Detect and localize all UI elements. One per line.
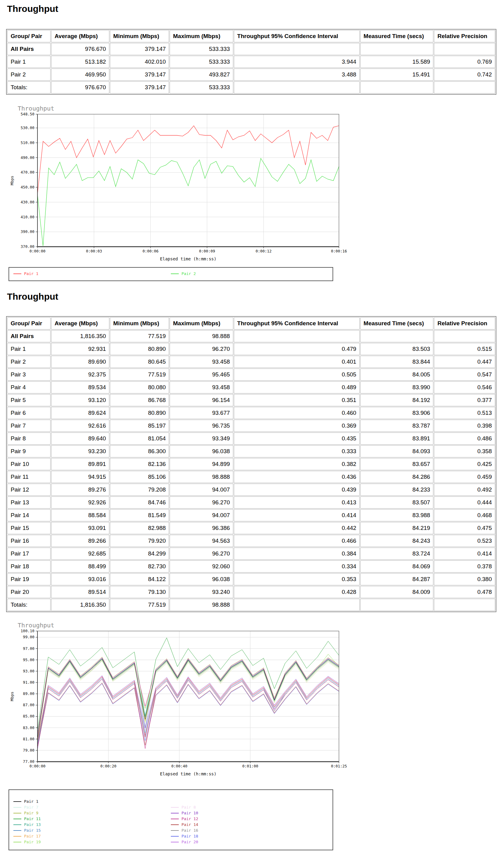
legend-line-icon [171,842,179,842]
table-row: Totals:1,816.35077.51998.888 [7,599,495,611]
legend-line-icon [13,842,21,842]
legend-label: Pair 17 [24,834,41,838]
value-cell: 0.384 [234,548,360,560]
y-tick-label: 390.00 [21,229,34,234]
value-cell: 533.333 [170,43,233,55]
x-tick-label: 0:01:00 [242,764,258,768]
column-header: Average (Mbps) [51,317,109,330]
group-pair-cell: Pair 12 [7,484,51,496]
value-cell [360,330,434,342]
value-cell: 89.640 [51,433,109,444]
legend-item-pair-14: Pair 14 [171,822,198,827]
table-row: Totals:976.670379.147533.333 [7,81,495,94]
value-cell: 84.287 [360,573,434,585]
legend-item-pair-20: Pair 20 [171,840,198,844]
value-cell: 0.459 [434,471,495,483]
value-cell: 79.208 [110,484,169,496]
group-pair-cell: Pair 16 [7,535,51,547]
group-pair-cell: Pair 1 [7,343,51,355]
value-cell: 0.486 [434,433,495,444]
value-cell: 0.413 [234,497,360,509]
group-pair-cell: Pair 11 [7,471,51,483]
chart-2-legend: Pair 1Pair 7Pair 9Pair 11Pair 13Pair 15P… [9,789,333,850]
group-pair-cell: Pair 9 [7,445,51,457]
y-tick-label: 79.00 [23,748,34,753]
y-tick-label: 91.00 [23,680,34,685]
throughput-summary-table-1: Group/ PairAverage (Mbps)Minimum (Mbps)M… [6,29,497,95]
y-tick-label: 89.00 [23,691,34,696]
value-cell: 0.742 [434,68,495,81]
value-cell: 93.458 [170,381,233,393]
legend-label: Pair 16 [182,828,198,833]
y-tick-label: 490.00 [21,155,34,160]
column-header: Measured Time (secs) [360,317,434,330]
value-cell: 93.230 [51,445,109,457]
legend-label: Pair 13 [24,822,41,827]
value-cell: 93.091 [51,522,109,534]
value-cell: 89.624 [51,407,109,419]
value-cell: 92.616 [51,420,109,432]
table-row: Pair 489.53480.08093.4580.48983.9900.546 [7,381,495,393]
series-line-pair-18 [37,684,339,746]
legend-item-pair-9: Pair 9 [13,811,38,815]
value-cell: 513.182 [51,56,109,68]
legend-line-icon [13,836,21,837]
legend-line-icon [171,807,179,808]
value-cell: 0.489 [234,381,360,393]
legend-label: Pair 12 [182,817,198,821]
y-tick-label: 99.00 [23,635,34,639]
value-cell: 94.915 [51,471,109,483]
value-cell: 84.192 [360,394,434,406]
table-row: Pair 1194.91585.10698.8880.43684.2860.45… [7,471,495,483]
throughput-chart-2: 100.1099.0097.0095.0093.0091.0089.0087.0… [9,620,350,782]
value-cell: 89.266 [51,535,109,547]
value-cell: 96.154 [170,394,233,406]
series-line-pair-1 [37,126,339,194]
legend-item-pair-1: Pair 1 [13,271,38,276]
group-pair-cell: Pair 6 [7,407,51,419]
x-tick-label: 0:00:16 [331,249,347,253]
value-cell: 80.645 [110,356,169,368]
x-tick-label: 0:00:00 [30,249,46,253]
series-line-pair-5 [37,657,339,736]
value-cell: 84.746 [110,497,169,509]
value-cell: 0.401 [234,356,360,368]
legend-item-pair-12: Pair 12 [171,817,198,821]
value-cell: 81.549 [110,509,169,521]
legend-line-icon [13,819,21,819]
table-row: Pair 1488.58481.54994.0070.41483.9880.46… [7,509,495,521]
value-cell: 0.515 [434,343,495,355]
column-header: Throughput 95% Confidence Interval [234,30,360,42]
legend-label: Pair 9 [24,811,38,815]
value-cell: 0.546 [434,381,495,393]
value-cell: 98.888 [170,330,233,342]
y-tick-label: 548.50 [21,112,34,116]
value-cell: 82.730 [110,560,169,573]
x-axis-label: Elapsed time (h:mm:ss) [160,771,216,776]
legend-item-pair-18: Pair 18 [171,834,198,838]
value-cell: 89.891 [51,458,109,470]
group-pair-cell: Pair 7 [7,420,51,432]
value-cell: 92.375 [51,369,109,381]
value-cell: 85.106 [110,471,169,483]
value-cell: 84.243 [360,535,434,547]
series-line-pair-3 [37,661,339,742]
legend-line-icon [13,801,21,802]
legend-line-icon [171,824,179,825]
value-cell: 15.491 [360,68,434,81]
value-cell: 379.147 [110,81,169,94]
value-cell: 84.219 [360,522,434,534]
legend-item-pair-17: Pair 17 [13,834,41,838]
value-cell: 15.589 [360,56,434,68]
column-header: Throughput 95% Confidence Interval [234,317,360,330]
y-tick-label: 87.00 [23,703,34,707]
table-1-header: Group/ PairAverage (Mbps)Minimum (Mbps)M… [7,30,495,42]
x-tick-label: 0:01:25 [331,764,347,768]
group-pair-cell: Pair 17 [7,548,51,560]
value-cell: 96.270 [170,497,233,509]
value-cell: 0.442 [234,522,360,534]
value-cell: 0.460 [234,407,360,419]
value-cell: 0.468 [434,509,495,521]
legend-line-icon [171,836,179,837]
series-line-pair-8 [37,676,339,739]
